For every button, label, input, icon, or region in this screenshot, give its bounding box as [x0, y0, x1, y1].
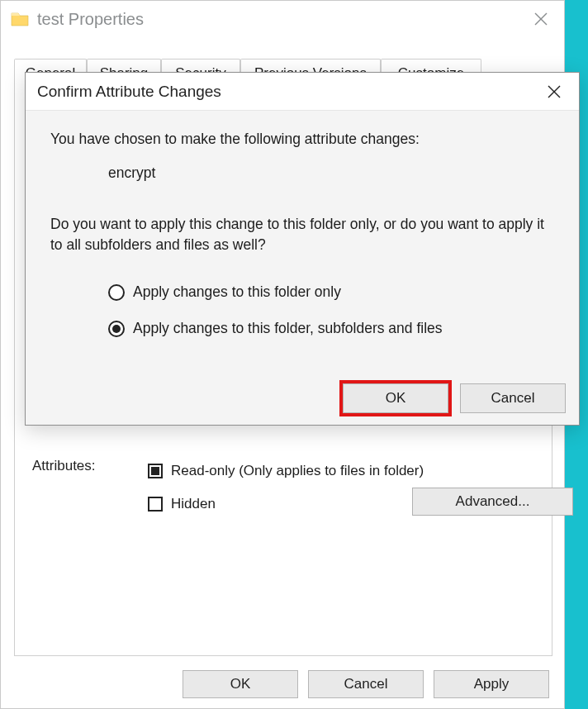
- dialog-question-text: Do you want to apply this change to this…: [50, 214, 554, 256]
- dialog-titlebar[interactable]: Confirm Attribute Changes: [26, 73, 579, 111]
- dialog-intro-text: You have chosen to make the following at…: [50, 129, 554, 150]
- apply-scope-radio-group: Apply changes to this folder only Apply …: [108, 274, 554, 347]
- folder-icon: [11, 11, 29, 27]
- dialog-ok-button[interactable]: OK: [343, 383, 448, 413]
- dialog-footer: OK Cancel: [343, 383, 566, 413]
- hidden-checkbox[interactable]: [148, 497, 163, 512]
- properties-titlebar[interactable]: test Properties: [1, 1, 564, 37]
- hidden-row[interactable]: Hidden: [148, 488, 424, 521]
- desktop-surface: test Properties General Sharing Security…: [0, 0, 588, 709]
- radio-folder-only[interactable]: Apply changes to this folder only: [108, 274, 554, 311]
- readonly-label: Read-only (Only applies to files in fold…: [171, 463, 424, 479]
- radio-recursive-control[interactable]: [108, 321, 125, 337]
- properties-title: test Properties: [37, 10, 144, 29]
- properties-cancel-button[interactable]: Cancel: [308, 670, 424, 698]
- properties-ok-button[interactable]: OK: [183, 670, 298, 698]
- dialog-body: You have chosen to make the following at…: [26, 111, 579, 347]
- radio-folder-only-label: Apply changes to this folder only: [133, 282, 341, 302]
- properties-footer: OK Cancel Apply: [1, 660, 564, 708]
- properties-apply-button[interactable]: Apply: [434, 670, 549, 698]
- dialog-close-button[interactable]: [534, 76, 574, 107]
- readonly-row[interactable]: Read-only (Only applies to files in fold…: [148, 454, 424, 488]
- readonly-checkbox[interactable]: [148, 464, 163, 478]
- properties-close-button[interactable]: [521, 2, 561, 36]
- attributes-label: Attributes:: [32, 458, 96, 474]
- advanced-button[interactable]: Advanced...: [412, 488, 573, 516]
- radio-recursive-label: Apply changes to this folder, subfolders…: [133, 318, 443, 339]
- radio-folder-only-control[interactable]: [108, 284, 125, 301]
- attributes-section: Attributes: Read-only (Only applies to f…: [32, 458, 552, 474]
- dialog-cancel-button[interactable]: Cancel: [460, 383, 566, 413]
- hidden-label: Hidden: [171, 496, 216, 512]
- dialog-title: Confirm Attribute Changes: [37, 83, 221, 101]
- dialog-attribute-name: encrypt: [108, 163, 554, 183]
- radio-recursive[interactable]: Apply changes to this folder, subfolders…: [108, 311, 554, 347]
- confirm-attribute-changes-dialog: Confirm Attribute Changes You have chose…: [25, 72, 580, 426]
